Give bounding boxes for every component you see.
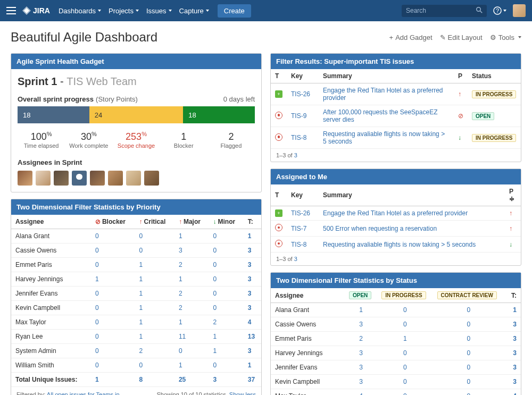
user-avatar[interactable] <box>513 4 526 17</box>
col-contract-review[interactable]: CONTRACT REVIEW <box>433 288 505 303</box>
col-key[interactable]: Key <box>287 69 319 83</box>
cell-link[interactable]: 1 <box>248 362 252 369</box>
cell-link[interactable]: 0 <box>95 304 99 312</box>
cell-link[interactable]: 2 <box>179 261 182 268</box>
cell-link[interactable]: 0 <box>95 261 99 268</box>
col-summary[interactable]: Summary <box>319 184 505 206</box>
cell-link[interactable]: 1 <box>513 306 517 314</box>
menu-icon[interactable] <box>6 7 16 14</box>
filter-results-header[interactable]: Filter Results: Super-important TIS issu… <box>271 54 521 69</box>
cell-link[interactable]: 13 <box>248 333 255 340</box>
cell-link[interactable]: 11 <box>179 333 186 340</box>
avatar[interactable] <box>36 171 51 186</box>
cell-link[interactable]: 3 <box>359 364 363 371</box>
search-input[interactable] <box>406 7 474 14</box>
cell-link[interactable]: 1 <box>95 275 99 283</box>
cell-link[interactable]: 0 <box>403 392 407 395</box>
col-open[interactable]: OPEN <box>345 288 377 303</box>
cell-link[interactable]: 1 <box>248 232 252 240</box>
cell-link[interactable]: 3 <box>513 321 517 328</box>
issue-summary-link[interactable]: Engage the Red Titan Hotel as a preferre… <box>323 87 443 102</box>
search-icon[interactable] <box>476 7 483 15</box>
cell-link[interactable]: 0 <box>467 349 470 357</box>
status-stats-header[interactable]: Two Dimensional Filter Statistics by Sta… <box>271 273 521 288</box>
paging-total[interactable]: 3 <box>294 256 297 262</box>
cell-link[interactable]: 3 <box>248 275 252 283</box>
cell-link[interactable]: 0 <box>95 347 99 355</box>
cell-link[interactable]: 1 <box>403 335 407 342</box>
assigned-to-me-header[interactable]: Assigned to Me <box>271 169 521 184</box>
sprint-health-gadget-header[interactable]: Agile Sprint Health Gadget <box>11 54 261 69</box>
cell-link[interactable]: 0 <box>403 349 407 357</box>
cell-link[interactable]: 8 <box>139 376 143 383</box>
nav-dashboards[interactable]: Dashboards <box>59 7 101 15</box>
cell-link[interactable]: 1 <box>213 347 217 355</box>
issue-key-link[interactable]: TIS-9 <box>291 112 306 120</box>
issue-key-link[interactable]: TIS-8 <box>291 241 306 248</box>
col-total[interactable]: T: <box>244 215 261 229</box>
cell-link[interactable]: 3 <box>248 261 252 268</box>
cell-link[interactable]: 1 <box>139 261 143 268</box>
cell-link[interactable]: 3 <box>179 247 182 254</box>
cell-link[interactable]: 0 <box>213 247 217 254</box>
cell-link[interactable]: 0 <box>139 247 143 254</box>
col-in-progress[interactable]: IN PROGRESS <box>377 288 433 303</box>
cell-link[interactable]: 25 <box>179 376 186 383</box>
cell-link[interactable]: 0 <box>403 321 407 328</box>
create-button[interactable]: Create <box>218 4 251 18</box>
avatar[interactable] <box>108 171 123 186</box>
col-type[interactable]: T <box>271 69 287 83</box>
cell-link[interactable]: 1 <box>139 304 143 312</box>
cell-link[interactable]: 1 <box>179 232 182 240</box>
col-minor[interactable]: ↓Minor <box>209 215 243 229</box>
cell-link[interactable]: 1 <box>95 376 99 383</box>
cell-link[interactable]: 3 <box>248 347 252 355</box>
cell-link[interactable]: 0 <box>403 378 407 385</box>
col-key[interactable]: Key <box>287 184 319 206</box>
show-less-link[interactable]: Show less <box>229 391 256 395</box>
cell-link[interactable]: 3 <box>248 290 252 297</box>
cell-link[interactable]: 3 <box>513 364 517 371</box>
cell-link[interactable]: 0 <box>95 362 99 369</box>
avatar[interactable] <box>72 171 87 186</box>
issue-summary-link[interactable]: 500 Error when requesting a reservation <box>323 225 437 232</box>
cell-link[interactable]: 0 <box>139 362 143 369</box>
issue-key-link[interactable]: TIS-7 <box>291 225 306 232</box>
cell-link[interactable]: 0 <box>403 364 407 371</box>
cell-link[interactable]: 3 <box>513 335 517 342</box>
cell-link[interactable]: 1 <box>179 275 182 283</box>
issue-summary-link[interactable]: Engage the Red Titan Hotel as a preferre… <box>323 209 468 217</box>
cell-link[interactable]: 0 <box>467 378 470 385</box>
add-gadget-button[interactable]: + Add Gadget <box>389 33 433 41</box>
cell-link[interactable]: 0 <box>139 232 143 240</box>
cell-link[interactable]: 2 <box>179 304 182 312</box>
cell-link[interactable]: 2 <box>359 335 363 342</box>
cell-link[interactable]: 0 <box>213 290 217 297</box>
cell-link[interactable]: 3 <box>248 247 252 254</box>
paging-total[interactable]: 3 <box>294 152 297 158</box>
cell-link[interactable]: 3 <box>359 378 363 385</box>
cell-link[interactable]: 0 <box>403 306 407 314</box>
cell-link[interactable]: 3 <box>513 378 517 385</box>
filter-link[interactable]: All open issues for Teams in… <box>47 391 126 395</box>
cell-link[interactable]: 1 <box>139 318 143 326</box>
nav-capture[interactable]: Capture <box>179 7 209 15</box>
cell-link[interactable]: 0 <box>213 261 217 268</box>
cell-link[interactable]: 0 <box>95 333 99 340</box>
col-total[interactable]: T: <box>504 288 521 303</box>
issue-key-link[interactable]: TIS-26 <box>291 209 310 217</box>
cell-link[interactable]: 1 <box>179 362 182 369</box>
cell-link[interactable]: 0 <box>213 304 217 312</box>
col-status[interactable]: Status <box>468 69 521 83</box>
cell-link[interactable]: 4 <box>248 318 252 326</box>
col-major[interactable]: ↑Major <box>174 215 209 229</box>
cell-link[interactable]: 2 <box>179 290 182 297</box>
cell-link[interactable]: 0 <box>213 232 217 240</box>
issue-key-link[interactable]: TIS-8 <box>291 134 306 141</box>
issue-summary-link[interactable]: After 100,000 requests the SeeSpaceEZ se… <box>323 108 437 123</box>
cell-link[interactable]: 1 <box>139 290 143 297</box>
cell-link[interactable]: 0 <box>95 247 99 254</box>
cell-link[interactable]: 0 <box>179 347 182 355</box>
cell-link[interactable]: 3 <box>213 376 217 383</box>
cell-link[interactable]: 2 <box>213 318 217 326</box>
